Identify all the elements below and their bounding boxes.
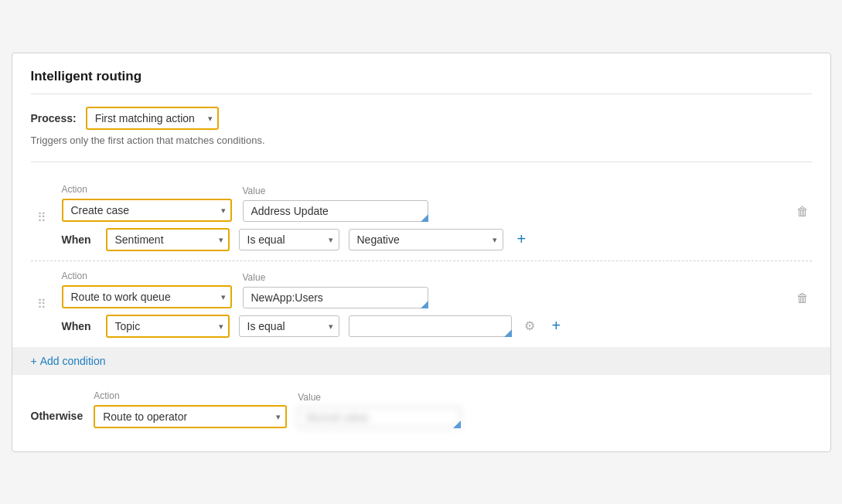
otherwise-action-group: Action Create caseRoute to work queueRou…	[94, 390, 287, 428]
action-label-1: Action	[62, 184, 232, 195]
divider-1	[31, 162, 812, 162]
when-field-select-1[interactable]: SentimentTopicIntent	[106, 228, 230, 251]
drag-handle-1[interactable]: ⠿	[37, 210, 46, 225]
value-input-2[interactable]	[243, 287, 428, 308]
otherwise-action-label: Action	[94, 390, 287, 401]
corner-mark-cv-2	[504, 329, 512, 337]
value-group-2: Value	[243, 272, 428, 308]
condition-block-2: ⠿ Action Create caseRoute to work queueR…	[31, 261, 812, 347]
intelligent-routing-card: Intelligent routing Process: First match…	[12, 53, 831, 452]
action-select-2[interactable]: Create caseRoute to work queueRoute to o…	[62, 285, 232, 308]
when-field-select-2[interactable]: SentimentTopicIntent	[106, 315, 230, 338]
action-select-wrapper-1: Create caseRoute to work queueRoute to o…	[62, 199, 232, 222]
otherwise-action-select-wrapper: Create caseRoute to work queueRoute to o…	[94, 405, 287, 428]
value-label-2: Value	[243, 272, 428, 283]
otherwise-action-select[interactable]: Create caseRoute to work queueRoute to o…	[94, 405, 287, 428]
otherwise-corner-mark	[453, 421, 461, 428]
value-group-1: Value	[243, 186, 428, 222]
process-hint: Triggers only the first action that matc…	[31, 135, 812, 146]
value-input-1[interactable]	[243, 200, 428, 222]
when-row-1: When SentimentTopicIntent ▾ Is equalIs n…	[62, 228, 812, 251]
value-input-wrapper-2	[243, 287, 428, 308]
card-title: Intelligent routing	[31, 69, 812, 94]
when-field-wrapper-1: SentimentTopicIntent ▾	[106, 228, 230, 251]
add-condition-button[interactable]: + Add condition	[31, 355, 106, 367]
action-select-wrapper-2: Create caseRoute to work queueRoute to o…	[62, 285, 232, 308]
action-select-1[interactable]: Create caseRoute to work queueRoute to o…	[62, 199, 232, 222]
action-group-1: Action Create caseRoute to work queueRou…	[62, 184, 232, 222]
when-label-2: When	[62, 320, 97, 332]
operator-wrapper-2: Is equalIs not equalContains ▾	[239, 315, 339, 337]
process-select-wrapper: First matching actionAll matching action…	[86, 107, 219, 130]
condition-block-1: ⠿ Action Create caseRoute to work queueR…	[31, 175, 812, 261]
add-when-condition-1-button[interactable]: +	[513, 229, 531, 250]
condition-value-wrapper-1: NegativePositiveNeutral ▾	[349, 229, 503, 250]
operator-wrapper-1: Is equalIs not equalContains ▾	[239, 229, 339, 250]
gear-condition-2-button[interactable]: ⚙	[521, 317, 538, 335]
add-condition-plus-icon: +	[31, 355, 37, 367]
add-condition-row: + Add condition	[12, 347, 830, 375]
add-condition-label: Add condition	[40, 355, 106, 367]
process-select[interactable]: First matching actionAll matching action…	[86, 107, 219, 130]
operator-select-2[interactable]: Is equalIs not equalContains	[239, 315, 339, 337]
operator-select-1[interactable]: Is equalIs not equalContains	[239, 229, 339, 250]
drag-handle-2[interactable]: ⠿	[37, 297, 46, 312]
delete-condition-1-button[interactable]: 🗑	[793, 202, 812, 222]
otherwise-value-group: Value	[298, 392, 461, 428]
delete-condition-2-button[interactable]: 🗑	[793, 288, 812, 308]
value-input-wrapper-1	[243, 200, 428, 222]
when-label-1: When	[62, 233, 97, 246]
otherwise-section: Otherwise Action Create caseRoute to wor…	[31, 390, 812, 428]
when-row-2: When SentimentTopicIntent ▾ Is equalIs n…	[62, 315, 812, 338]
otherwise-label: Otherwise	[31, 410, 84, 422]
corner-mark-1	[421, 214, 428, 222]
otherwise-value-wrapper	[298, 407, 461, 428]
action-group-2: Action Create caseRoute to work queueRou…	[62, 271, 232, 308]
when-field-wrapper-2: SentimentTopicIntent ▾	[106, 315, 230, 338]
otherwise-value-input[interactable]	[298, 407, 461, 428]
condition-value-input-wrapper-2	[349, 315, 512, 337]
action-row-2: Action Create caseRoute to work queueRou…	[62, 271, 812, 308]
action-label-2: Action	[62, 271, 232, 281]
condition-value-select-1[interactable]: NegativePositiveNeutral	[349, 229, 503, 250]
process-label: Process:	[31, 112, 77, 124]
value-label-1: Value	[243, 186, 428, 196]
action-row-1: Action Create caseRoute to work queueRou…	[62, 184, 812, 222]
process-row: Process: First matching actionAll matchi…	[31, 107, 812, 130]
add-when-condition-2-button[interactable]: +	[547, 315, 566, 336]
otherwise-value-label: Value	[298, 392, 461, 403]
corner-mark-2	[421, 301, 428, 308]
condition-value-input-2[interactable]	[349, 315, 512, 337]
